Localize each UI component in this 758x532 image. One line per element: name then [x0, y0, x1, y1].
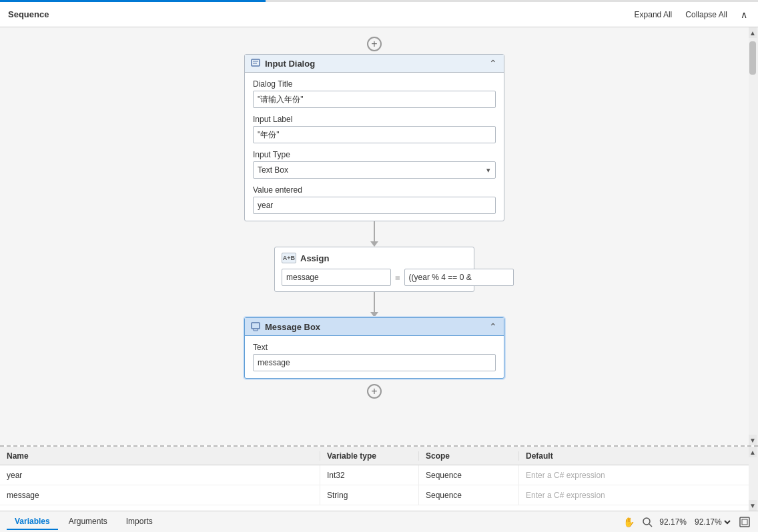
input-dialog-body: Dialog Title Input Label Input Type Text… [245, 73, 504, 221]
progress-fill [0, 0, 266, 2]
input-type-field: Input Type Text Box Password Multiple Ch… [253, 150, 496, 179]
top-bar: Sequence Expand All Collapse All ∧ [0, 2, 758, 27]
table-row[interactable]: message String Sequence Enter a C# expre… [0, 485, 758, 505]
table-scroll-track [749, 457, 758, 500]
td-default-message[interactable]: Enter a C# expression [519, 485, 758, 505]
input-dialog-title: Input Dialog [265, 59, 315, 69]
dialog-title-input[interactable] [253, 91, 496, 108]
table-body: year Int32 Sequence Enter a C# expressio… [0, 465, 758, 505]
bottom-right-tools: ✋ 92.17% 50% 75% 92.17% 100% 125% 150% 2… [622, 515, 751, 529]
input-type-select-wrapper: Text Box Password Multiple Choice [253, 161, 496, 179]
variables-table: Name Variable type Scope Default year In… [0, 447, 758, 511]
tab-variables[interactable]: Variables [7, 514, 58, 530]
message-text-label: Text [253, 343, 496, 352]
td-default-year[interactable]: Enter a C# expression [519, 465, 758, 485]
assign-header: A+B Assign [282, 253, 467, 263]
canvas-scroll-down[interactable]: ▼ [749, 435, 757, 445]
table-scroll-up[interactable]: ▲ [749, 447, 757, 457]
input-dialog-header-left: Input Dialog [250, 58, 315, 69]
top-bar-actions: Expand All Collapse All ∧ [632, 8, 750, 21]
message-text-field: Text [253, 343, 496, 371]
hand-tool-icon[interactable]: ✋ [622, 515, 635, 529]
connector-arrow-1 [370, 241, 378, 247]
plus-icon: + [371, 39, 377, 49]
message-box-collapse[interactable]: ⌃ [488, 321, 498, 332]
table-header: Name Variable type Scope Default [0, 447, 758, 465]
assign-title: Assign [300, 253, 329, 263]
connector-1 [374, 221, 375, 241]
assign-equals-sign: = [395, 273, 400, 283]
zoom-value: 92.17% [659, 517, 687, 527]
tab-arguments[interactable]: Arguments [61, 514, 115, 530]
assign-icon: A+B [282, 253, 296, 263]
value-entered-input[interactable] [253, 197, 496, 214]
tab-imports[interactable]: Imports [118, 514, 161, 530]
dialog-title-field: Dialog Title [253, 79, 496, 108]
input-label-field: Input Label [253, 115, 496, 143]
assign-row: = [282, 269, 467, 286]
td-name-message: message [0, 485, 320, 505]
th-type: Variable type [320, 451, 419, 461]
value-entered-field: Value entered [253, 185, 496, 214]
table-scrollbar[interactable]: ▲ ▼ [749, 447, 758, 511]
message-text-input[interactable] [253, 354, 496, 371]
table-row[interactable]: year Int32 Sequence Enter a C# expressio… [0, 465, 758, 485]
canvas-scroll[interactable]: + Input Dialog ⌃ [0, 27, 758, 445]
canvas-content: + Input Dialog ⌃ [0, 27, 749, 445]
message-box-body: Text [245, 336, 504, 378]
expand-all-button[interactable]: Expand All [632, 8, 675, 21]
td-type-message: String [320, 485, 419, 505]
th-name: Name [0, 451, 320, 461]
canvas-scroll-up[interactable]: ▲ [749, 27, 757, 38]
canvas-scroll-thumb[interactable] [749, 41, 756, 75]
message-box-icon [250, 321, 261, 332]
canvas-scroll-track [749, 38, 758, 435]
search-tool-icon[interactable] [641, 515, 654, 529]
bottom-tabs: Variables Arguments Imports ✋ 92.17% 50%… [0, 511, 758, 532]
connector-2 [374, 292, 375, 312]
svg-rect-3 [252, 323, 260, 329]
message-box-header: Message Box ⌃ [245, 318, 504, 336]
dialog-title-label: Dialog Title [253, 79, 496, 89]
close-panel-button[interactable]: ∧ [738, 8, 750, 21]
input-label-label: Input Label [253, 115, 496, 124]
input-type-label: Input Type [253, 150, 496, 159]
svg-rect-0 [252, 59, 260, 66]
progress-bar [0, 0, 758, 2]
connector-arrow-2 [370, 312, 378, 317]
th-scope: Scope [419, 451, 519, 461]
zoom-dropdown[interactable]: 50% 75% 92.17% 100% 125% 150% 200% [692, 517, 733, 527]
assign-expression-input[interactable] [404, 269, 514, 286]
canvas-scrollbar[interactable]: ▲ ▼ [749, 27, 758, 445]
input-dialog-header: Input Dialog ⌃ [245, 55, 504, 73]
svg-rect-10 [742, 519, 747, 525]
table-scroll-down[interactable]: ▼ [749, 500, 757, 511]
td-name-year: year [0, 465, 320, 485]
td-scope-message: Sequence [419, 485, 519, 505]
svg-point-7 [643, 518, 650, 525]
message-box-header-left: Message Box [250, 321, 320, 332]
plus-icon-bottom: + [371, 386, 377, 397]
th-default: Default [519, 451, 758, 461]
td-type-year: Int32 [320, 465, 419, 485]
collapse-all-button[interactable]: Collapse All [683, 8, 730, 21]
sequence-title: Sequence [8, 9, 49, 19]
input-type-select[interactable]: Text Box Password Multiple Choice [253, 161, 496, 179]
canvas-area: + Input Dialog ⌃ [0, 27, 758, 445]
assign-block: A+B Assign = [274, 247, 474, 292]
input-dialog-block: Input Dialog ⌃ Dialog Title Input Label … [244, 54, 504, 221]
input-label-input[interactable] [253, 126, 496, 143]
message-box-title: Message Box [265, 322, 320, 332]
assign-variable-input[interactable] [282, 269, 391, 286]
td-scope-year: Sequence [419, 465, 519, 485]
bottom-panel: Name Variable type Scope Default year In… [0, 445, 758, 532]
value-entered-label: Value entered [253, 185, 496, 195]
svg-rect-9 [740, 517, 749, 527]
add-activity-bottom[interactable]: + [367, 384, 382, 399]
fit-screen-icon[interactable] [738, 515, 751, 529]
input-dialog-icon [250, 58, 261, 69]
input-dialog-collapse[interactable]: ⌃ [488, 58, 498, 69]
add-activity-top[interactable]: + [367, 37, 382, 51]
svg-line-8 [649, 524, 652, 527]
message-box-block: Message Box ⌃ Text [244, 317, 504, 379]
